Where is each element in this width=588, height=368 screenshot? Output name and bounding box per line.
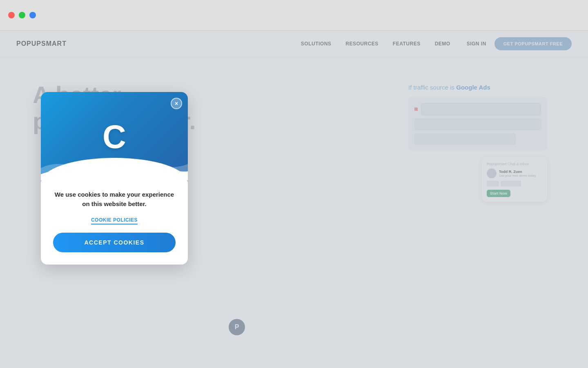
close-button-traffic-light[interactable] (8, 12, 15, 18)
browser-content: POPUPSMART SOLUTIONS RESOURCES FEATURES … (0, 31, 588, 368)
wave-decoration (41, 152, 188, 182)
accept-cookies-button[interactable]: ACCEPT COOKIES (53, 233, 176, 252)
popup-header: × C (41, 92, 188, 182)
maximize-button-traffic-light[interactable] (29, 12, 36, 18)
popup-body-text: We use cookies to make your experience o… (53, 190, 176, 209)
cookie-logo: C (102, 118, 126, 156)
minimize-button-traffic-light[interactable] (19, 12, 25, 18)
cookie-policy-link[interactable]: COOKIE POLICIES (91, 217, 138, 224)
browser-chrome (0, 0, 588, 31)
close-icon: × (175, 100, 178, 107)
close-button[interactable]: × (171, 98, 182, 109)
popup-body: We use cookies to make your experience o… (41, 182, 188, 265)
cookie-popup: × C We use cookies to make your experien… (41, 92, 188, 265)
traffic-lights (8, 12, 36, 18)
